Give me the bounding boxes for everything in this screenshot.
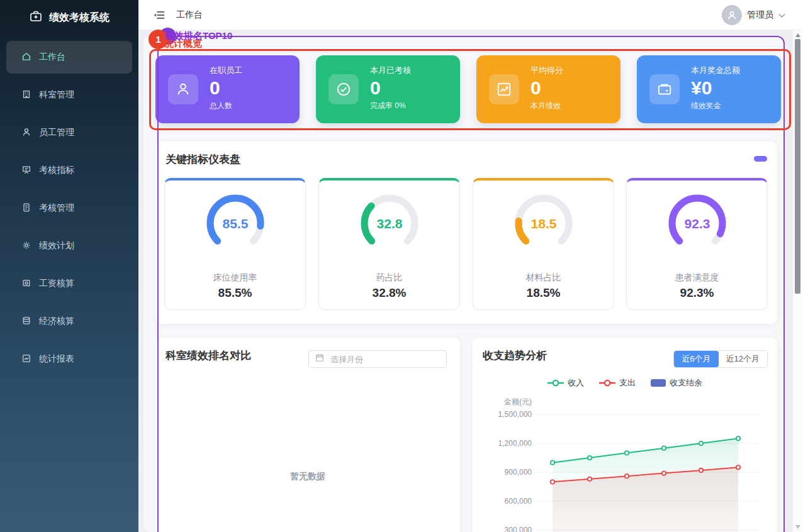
income-expense-trend-panel: 收支趋势分析 近6个月 近12个月 收入支出收支结余 金额(元)1,500,00… [473, 338, 777, 532]
breadcrumb: 工作台 [176, 9, 203, 21]
home-icon [21, 52, 31, 64]
gauge-card-drug-ratio: 32.8 药占比 32.8% [318, 178, 460, 310]
gear-icon [21, 240, 31, 252]
legend-item[interactable]: 收支结余 [651, 377, 702, 389]
svg-text:金额(元): 金额(元) [503, 397, 532, 406]
gauge-percent: 32.8% [319, 286, 459, 300]
sidebar-item-label: 工作台 [39, 52, 65, 63]
check-circle-icon [328, 74, 359, 104]
legend-label: 收入 [568, 377, 584, 389]
stat-title: 在职员工 [210, 65, 295, 76]
stat-value: ¥0 [691, 78, 776, 98]
sidebar-item-employees[interactable]: 员工管理 [6, 120, 132, 145]
sidebar-item-label: 考核管理 [39, 202, 74, 214]
legend-label: 支出 [619, 377, 636, 389]
panel-title: 科室绩效排名对比 [166, 348, 251, 363]
sidebar-menu: 工作台 科室管理 员工管理 考核指标 考核管理 绩效计划 [6, 41, 132, 384]
panel-title: 关键指标仪表盘 [166, 152, 240, 167]
collapse-menu-icon[interactable] [154, 9, 165, 21]
medical-kit-icon [29, 9, 43, 26]
scrollbar-thumb[interactable] [795, 39, 800, 294]
stat-card-assessed: 本月已考核 0 完成率 0% [316, 55, 460, 123]
stat-title: 本月已考核 [370, 65, 455, 76]
user-icon [168, 74, 198, 104]
user-name: 管理员 [747, 9, 773, 21]
stat-value: 0 [531, 78, 615, 98]
vertical-scrollbar [792, 30, 803, 532]
gauge-percent: 85.5% [165, 286, 305, 300]
month-picker-input[interactable] [329, 354, 440, 365]
annotation-label-purple: 绩效排名TOP10 [165, 30, 232, 42]
report-chart-icon [21, 353, 31, 365]
range-6-months-button[interactable]: 近6个月 [674, 351, 718, 367]
scroll-up-arrow[interactable] [795, 33, 800, 37]
legend-item[interactable]: 收入 [548, 377, 584, 389]
svg-text:300,000: 300,000 [505, 526, 532, 532]
gauge-card-patient-satisfaction: 92.3 患者满意度 92.3% [626, 178, 768, 310]
department-ranking-panel: 科室绩效排名对比 暂无数据 [155, 338, 460, 532]
stat-subtitle: 完成率 0% [370, 101, 455, 111]
stat-card-employees: 在职员工 0 总人数 [155, 55, 300, 123]
sidebar-item-assessment[interactable]: 考核管理 [6, 196, 132, 221]
svg-text:1,200,000: 1,200,000 [498, 439, 532, 448]
range-12-months-button[interactable]: 近12个月 [719, 351, 767, 367]
top-header: 工作台 管理员 [138, 0, 803, 30]
range-toggle-group: 近6个月 近12个月 [673, 350, 768, 368]
wallet-icon [649, 74, 680, 104]
svg-text:18.5: 18.5 [531, 216, 556, 231]
svg-text:92.3: 92.3 [684, 216, 710, 231]
sidebar-item-plan[interactable]: 绩效计划 [6, 233, 132, 258]
performance-appraisal-dashboard: 绩效考核系统 工作台 科室管理 员工管理 考核指标 考核管理 [0, 0, 803, 532]
month-picker[interactable] [308, 350, 447, 368]
gauge-label: 床位使用率 [165, 272, 305, 284]
stat-title: 本月奖金总额 [691, 65, 776, 76]
sidebar: 绩效考核系统 工作台 科室管理 员工管理 考核指标 考核管理 [0, 0, 138, 532]
gauge-card-material-ratio: 18.5 材料占比 18.5% [473, 178, 614, 310]
gauge-chart: 92.3 [660, 191, 735, 253]
building-icon [21, 89, 31, 101]
kpi-gauge-panel: 关键指标仪表盘 85.5 床位使用率 85.5% 32.8 药占比 32.8% [155, 141, 777, 324]
svg-text:600,000: 600,000 [505, 497, 532, 506]
svg-text:900,000: 900,000 [505, 468, 532, 477]
app-title: 绩效考核系统 [49, 11, 110, 25]
calendar-icon [315, 353, 324, 365]
empty-state-text: 暂无数据 [155, 471, 460, 482]
gauge-chart: 85.5 [198, 191, 273, 253]
sidebar-item-label: 工资核算 [39, 278, 74, 289]
database-icon [21, 316, 31, 328]
sidebar-item-kpi[interactable]: 考核指标 [6, 158, 132, 183]
sidebar-item-label: 员工管理 [39, 127, 74, 138]
user-menu[interactable]: 管理员 [722, 5, 785, 25]
sidebar-item-workbench[interactable]: 工作台 [6, 41, 132, 74]
chart-legend: 收入支出收支结余 [473, 377, 777, 389]
user-icon [21, 127, 31, 139]
svg-text:32.8: 32.8 [376, 216, 402, 231]
sidebar-item-departments[interactable]: 科室管理 [6, 82, 132, 108]
sidebar-item-reports[interactable]: 统计报表 [6, 346, 132, 372]
legend-item[interactable]: 支出 [599, 377, 636, 389]
stat-title: 平均得分 [531, 65, 615, 76]
stat-subtitle: 本月绩效 [531, 101, 615, 111]
salary-icon [21, 278, 31, 290]
legend-label: 收支结余 [670, 377, 702, 389]
sidebar-item-economics[interactable]: 经济核算 [6, 309, 132, 334]
gauge-percent: 92.3% [627, 286, 767, 300]
panel-title: 收支趋势分析 [483, 348, 547, 363]
sidebar-item-label: 经济核算 [39, 316, 74, 327]
gauge-label: 药占比 [319, 272, 459, 284]
stat-value: 0 [210, 78, 295, 98]
svg-text:85.5: 85.5 [222, 216, 248, 231]
chevron-down-icon [778, 9, 785, 21]
sidebar-item-salary[interactable]: 工资核算 [6, 271, 132, 296]
gauge-label: 材料占比 [473, 272, 614, 284]
sidebar-item-label: 统计报表 [39, 353, 74, 365]
stat-value: 0 [370, 78, 455, 98]
stat-subtitle: 总人数 [210, 101, 295, 111]
avatar [722, 5, 742, 25]
stat-subtitle: 绩效奖金 [691, 101, 776, 111]
gauge-card-bed-usage: 85.5 床位使用率 85.5% [164, 178, 306, 310]
purple-pill-icon [754, 156, 767, 162]
scroll-down-arrow[interactable] [795, 525, 800, 529]
gauge-chart: 18.5 [506, 191, 581, 253]
gauge-label: 患者满意度 [627, 272, 767, 284]
